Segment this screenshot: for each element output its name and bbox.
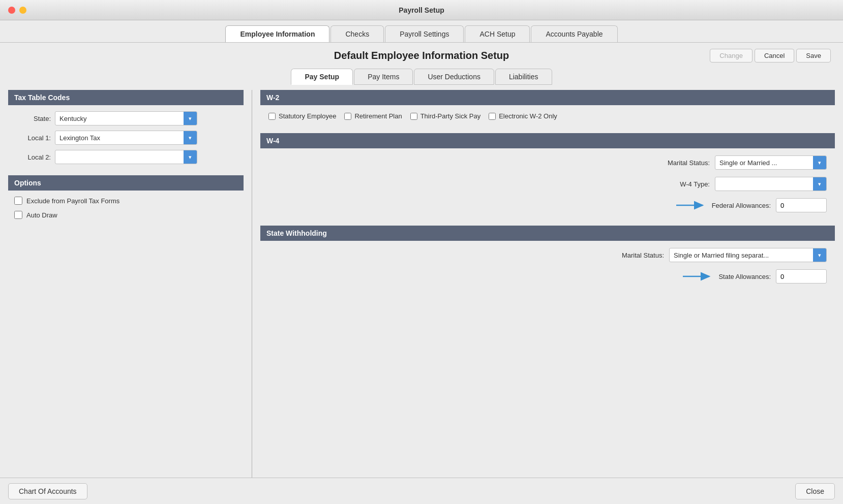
local2-dropdown-button[interactable]: ▾ — [184, 150, 197, 164]
state-form: Marital Status: Single or Married filing… — [260, 241, 835, 291]
tab-employee-information[interactable]: Employee Information — [225, 25, 329, 42]
state-marital-status-value: Single or Married filing separat... — [670, 251, 813, 259]
content-area: Tax Table Codes State: Kentucky ▾ Local … — [0, 90, 843, 478]
marital-status-select[interactable]: Single or Married ... ▾ — [715, 155, 827, 170]
local2-label: Local 2: — [10, 153, 51, 161]
close-window-button[interactable] — [8, 7, 15, 14]
page-title: Default Employee Information Setup — [12, 50, 831, 61]
state-allowances-label: State Allowances: — [718, 273, 771, 280]
chevron-down-icon: ▾ — [818, 160, 821, 166]
close-button[interactable]: Close — [795, 483, 835, 499]
retirement-plan-checkbox[interactable] — [344, 113, 351, 120]
marital-status-row: Marital Status: Single or Married ... ▾ — [268, 155, 827, 170]
auto-draw-label: Auto Draw — [26, 211, 57, 219]
tax-table-codes-header: Tax Table Codes — [8, 90, 244, 105]
electronic-w2-only-checkbox[interactable] — [489, 113, 496, 120]
third-party-sick-pay-label: Third-Party Sick Pay — [420, 112, 480, 120]
options-form: Exclude from Payroll Tax Forms Auto Draw — [8, 191, 244, 231]
subtab-pay-items[interactable]: Pay Items — [354, 69, 413, 85]
options-header: Options — [8, 175, 244, 191]
left-panel: Tax Table Codes State: Kentucky ▾ Local … — [8, 90, 252, 478]
state-label: State: — [10, 115, 51, 122]
w2-section: W-2 Statutory Employee Retirement Plan T… — [260, 90, 835, 127]
w4-type-row: W-4 Type: ▾ — [268, 177, 827, 191]
state-marital-status-row: Marital Status: Single or Married filing… — [268, 248, 827, 262]
federal-allowances-label: Federal Allowances: — [712, 202, 771, 209]
third-party-sick-pay-item: Third-Party Sick Pay — [410, 112, 480, 120]
auto-draw-row: Auto Draw — [14, 211, 242, 219]
subtab-liabilities[interactable]: Liabilities — [495, 69, 552, 85]
w4-type-select[interactable]: ▾ — [715, 177, 827, 191]
electronic-w2-only-item: Electronic W-2 Only — [489, 112, 557, 120]
local1-value: Lexington Tax — [55, 134, 184, 142]
state-row: State: Kentucky ▾ — [10, 111, 242, 125]
state-dropdown-button[interactable]: ▾ — [184, 112, 197, 125]
statutory-employee-checkbox[interactable] — [268, 113, 276, 120]
sub-tab-bar: Pay Setup Pay Items User Deductions Liab… — [0, 69, 843, 90]
exclude-payroll-row: Exclude from Payroll Tax Forms — [14, 197, 242, 205]
local1-label: Local 1: — [10, 134, 51, 142]
exclude-payroll-checkbox[interactable] — [14, 197, 22, 205]
state-arrow-icon — [683, 269, 713, 284]
top-tab-bar: Employee Information Checks Payroll Sett… — [0, 20, 843, 43]
marital-status-dropdown-button[interactable]: ▾ — [813, 156, 826, 169]
w4-type-dropdown-button[interactable]: ▾ — [813, 177, 826, 191]
statutory-employee-label: Statutory Employee — [279, 112, 336, 120]
subtab-user-deductions[interactable]: User Deductions — [414, 69, 494, 85]
main-window: Employee Information Checks Payroll Sett… — [0, 20, 843, 504]
state-withholding-section: State Withholding Marital Status: Single… — [260, 226, 835, 291]
third-party-sick-pay-checkbox[interactable] — [410, 113, 417, 120]
save-button[interactable]: Save — [796, 49, 831, 62]
chevron-down-icon: ▾ — [189, 154, 192, 161]
chevron-down-icon: ▾ — [189, 115, 192, 122]
auto-draw-checkbox[interactable] — [14, 211, 22, 219]
minimize-window-button[interactable] — [19, 7, 26, 14]
local1-row: Local 1: Lexington Tax ▾ — [10, 131, 242, 145]
chevron-down-icon: ▾ — [818, 252, 821, 259]
electronic-w2-only-label: Electronic W-2 Only — [499, 112, 557, 120]
state-withholding-header: State Withholding — [260, 226, 835, 241]
chevron-down-icon: ▾ — [189, 135, 192, 141]
tax-table-form: State: Kentucky ▾ Local 1: Lexington Tax — [8, 105, 244, 175]
state-marital-status-label: Marital Status: — [622, 251, 664, 259]
w4-form: Marital Status: Single or Married ... ▾ … — [260, 148, 835, 219]
marital-status-value: Single or Married ... — [715, 159, 813, 167]
marital-status-label: Marital Status: — [668, 159, 710, 167]
tab-ach-setup[interactable]: ACH Setup — [465, 25, 530, 42]
retirement-plan-item: Retirement Plan — [344, 112, 402, 120]
tab-payroll-settings[interactable]: Payroll Settings — [385, 25, 464, 42]
bottom-bar: Chart Of Accounts Close — [0, 478, 843, 504]
header-row: Default Employee Information Setup Chang… — [0, 43, 843, 69]
statutory-employee-item: Statutory Employee — [268, 112, 336, 120]
state-select[interactable]: Kentucky ▾ — [55, 111, 197, 125]
tab-accounts-payable[interactable]: Accounts Payable — [531, 25, 617, 42]
change-button[interactable]: Change — [710, 49, 752, 62]
federal-allowances-input[interactable] — [776, 198, 827, 212]
local1-select[interactable]: Lexington Tax ▾ — [55, 131, 197, 145]
state-allowances-row: State Allowances: — [268, 269, 827, 284]
state-allowances-input[interactable] — [776, 269, 827, 284]
chart-of-accounts-button[interactable]: Chart Of Accounts — [8, 483, 87, 499]
state-marital-status-dropdown-button[interactable]: ▾ — [813, 248, 826, 262]
state-marital-status-select[interactable]: Single or Married filing separat... ▾ — [669, 248, 827, 262]
w2-checkboxes-group: Statutory Employee Retirement Plan Third… — [260, 105, 835, 127]
federal-arrow-icon — [676, 198, 707, 212]
window-controls — [8, 7, 26, 14]
subtab-pay-setup[interactable]: Pay Setup — [291, 69, 353, 85]
retirement-plan-label: Retirement Plan — [354, 112, 402, 120]
local1-dropdown-button[interactable]: ▾ — [184, 131, 197, 144]
cancel-button[interactable]: Cancel — [755, 49, 794, 62]
w2-header: W-2 — [260, 90, 835, 105]
title-bar: Payroll Setup — [0, 0, 843, 20]
header-action-buttons: Change Cancel Save — [710, 49, 831, 62]
exclude-payroll-label: Exclude from Payroll Tax Forms — [26, 197, 119, 205]
chevron-down-icon: ▾ — [818, 181, 821, 187]
right-panel: W-2 Statutory Employee Retirement Plan T… — [252, 90, 835, 478]
w4-section: W-4 Marital Status: Single or Married ..… — [260, 133, 835, 219]
state-value: Kentucky — [55, 115, 184, 122]
local2-select[interactable]: ▾ — [55, 150, 197, 164]
federal-allowances-row: Federal Allowances: — [268, 198, 827, 212]
tab-checks[interactable]: Checks — [330, 25, 384, 42]
w4-header: W-4 — [260, 133, 835, 148]
w4-type-label: W-4 Type: — [680, 180, 710, 188]
